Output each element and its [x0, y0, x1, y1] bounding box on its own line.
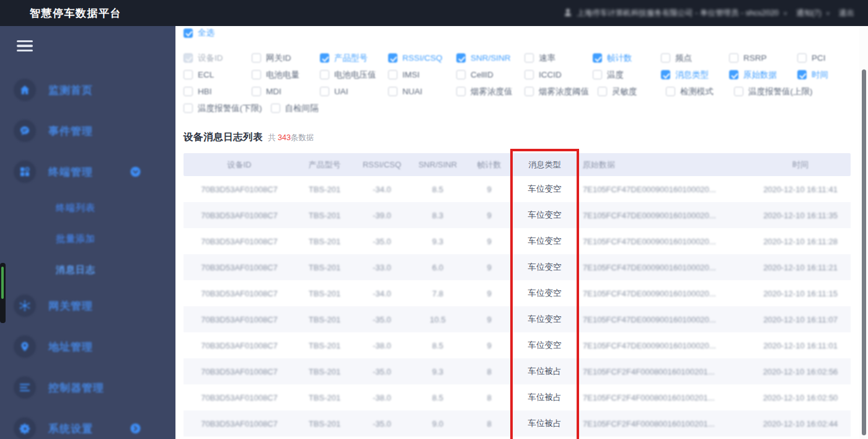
sidebar-item-address-management[interactable]: 地址管理 — [0, 326, 175, 367]
checkbox — [797, 70, 807, 79]
filter-checkbox[interactable]: 产品型号 — [320, 53, 379, 64]
chevron-down-icon[interactable] — [130, 167, 141, 177]
table-cell: 70B3D53AF01008C7 — [184, 185, 295, 194]
filter-checkbox[interactable]: RSRP — [729, 53, 789, 63]
filter-checkbox[interactable]: 灵敏度 — [598, 86, 657, 97]
filter-checkbox[interactable]: 电池电压值 — [320, 69, 379, 81]
filter-checkbox[interactable]: 原始数据 — [729, 69, 789, 81]
table-cell: 7E105FCF47DE000900160100020... — [577, 263, 750, 272]
sidebar-item-system-settings[interactable]: 系统设置 — [0, 408, 175, 439]
filter-row: 设备ID网关ID产品型号RSSI/CSQSNR/SINR速率帧计数频点RSRPP… — [184, 50, 850, 66]
checkbox — [252, 53, 261, 63]
filter-checkbox[interactable]: SNR/SINR — [456, 53, 516, 63]
scrollbar-track — [859, 26, 868, 439]
filter-checkbox[interactable]: 帧计数 — [593, 53, 652, 64]
filter-checkbox[interactable]: ICCID — [525, 70, 584, 79]
checkbox — [252, 87, 261, 96]
checkbox — [593, 53, 602, 63]
checkbox — [525, 70, 534, 79]
menu-toggle-button[interactable] — [17, 40, 33, 54]
filter-checkbox[interactable]: CellID — [456, 70, 516, 79]
checkbox — [388, 53, 397, 63]
filter-checkbox[interactable]: 温度报警值(下限) — [184, 103, 262, 114]
sidebar-item-gateway-management[interactable]: 网关管理 — [0, 285, 175, 326]
filter-row: HBIMDIUAINUAI烟雾浓度值烟雾浓度阈值灵敏度检测模式温度报警值(上限) — [184, 83, 850, 100]
checkbox — [661, 53, 670, 63]
sidebar-item-monitor-home[interactable]: 监测首页 — [0, 69, 175, 110]
checkbox-label: 网关ID — [266, 53, 291, 64]
sliders-icon — [14, 376, 36, 399]
sidebar: 监测首页事件管理终端管理终端列表批量添加消息日志网关管理地址管理控制器管理系统设… — [0, 26, 175, 439]
table-cell: TBS-201 — [295, 237, 354, 246]
checkbox — [271, 104, 280, 113]
table-cell: 70B3D53AF01008C7 — [184, 289, 295, 298]
filter-checkbox[interactable]: 温度 — [593, 69, 652, 81]
select-all-checkbox[interactable]: 全选 — [184, 27, 243, 38]
filter-checkbox[interactable]: 电池电量 — [252, 69, 311, 81]
table-row: 70B3D53AF01008C7TBS-201-35.09.39车位变空7E10… — [184, 228, 851, 254]
sidebar-subitem[interactable]: 批量添加 — [0, 223, 175, 254]
filter-checkbox[interactable]: 温度报警值(上限) — [734, 86, 813, 97]
filter-checkbox[interactable]: MDI — [252, 87, 311, 96]
filter-checkbox[interactable]: 时间 — [797, 69, 857, 81]
table-row: 70B3D53AF01008C7TBS-201-35.09.08车位被占7E10… — [184, 410, 851, 437]
filter-checkbox[interactable]: 消息类型 — [661, 69, 720, 81]
notifications-menu[interactable]: 通知(7) ∨ — [796, 8, 830, 19]
table-cell: 6.0 — [410, 263, 466, 272]
filter-row: ECL电池电量电池电压值IMSICellIDICCID温度消息类型原始数据时间 — [184, 66, 850, 83]
person-icon — [564, 8, 572, 19]
filter-checkbox[interactable]: 检测模式 — [666, 86, 725, 97]
table-cell: 70B3D53AF01008C7 — [184, 315, 295, 324]
sidebar-item-label: 系统设置 — [48, 422, 93, 436]
sidebar-subitem[interactable]: 终端列表 — [0, 192, 175, 223]
sidebar-item-terminal-management[interactable]: 终端管理 — [0, 151, 175, 192]
filter-checkbox[interactable]: 设备ID — [184, 53, 243, 64]
filter-checkbox[interactable]: RSSI/CSQ — [388, 53, 448, 63]
filter-checkbox[interactable]: 频点 — [661, 53, 720, 64]
checkbox-label: NUAI — [402, 87, 422, 96]
checkbox — [184, 104, 193, 113]
filter-checkbox[interactable]: 网关ID — [252, 53, 311, 64]
sidebar-subitem[interactable]: 消息日志 — [0, 254, 175, 285]
notifications-label: 通知(7) — [796, 8, 821, 19]
sidebar-item-event-management[interactable]: 事件管理 — [0, 110, 175, 151]
filter-checkbox[interactable]: UAI — [320, 87, 379, 96]
chevron-right-icon[interactable] — [130, 423, 141, 434]
filter-checkbox[interactable]: 速率 — [525, 53, 584, 64]
filter-checkbox[interactable]: 烟雾浓度阈值 — [525, 86, 589, 97]
filter-checkbox[interactable]: HBI — [184, 87, 243, 96]
table-cell: 2020-12-10 16:11:01 — [750, 341, 851, 350]
filter-checkbox[interactable]: IMSI — [388, 70, 448, 79]
table-cell: 9 — [466, 185, 513, 194]
sidebar-item-label: 事件管理 — [48, 124, 93, 138]
checkbox — [320, 87, 329, 96]
sidebar-item-controller-management[interactable]: 控制器管理 — [0, 367, 175, 408]
checkbox — [388, 70, 397, 79]
checkbox — [525, 53, 534, 63]
filter-checkbox[interactable]: 自检间隔 — [271, 103, 330, 114]
table-cell: 70B3D53AF01008C7 — [184, 211, 295, 220]
account-menu[interactable]: 上海停车计算机科技服务有限公司 - 单位管理员 - shcs2020 ∨ — [564, 8, 787, 19]
table-cell: 9 — [466, 315, 513, 324]
table-cell: 70B3D53AF01008C7 — [184, 263, 295, 272]
total-count: 343 — [278, 133, 291, 142]
filter-checkbox[interactable]: ECL — [184, 70, 243, 79]
scrollbar-thumb[interactable] — [862, 69, 866, 435]
checkbox — [661, 70, 670, 79]
total-suffix: 条数据 — [291, 133, 314, 142]
table-cell: 7E105FCF2F4F000800160100201... — [577, 367, 750, 376]
table-cell: 9 — [466, 289, 513, 298]
filter-checkbox[interactable]: NUAI — [388, 87, 448, 96]
message-type-cell: 车位变空 — [513, 288, 577, 299]
column-header: 设备ID — [184, 159, 295, 171]
table-cell: 7E105FCF47DE000900160100020... — [577, 237, 750, 246]
checkbox-label: ICCID — [539, 70, 562, 79]
message-type-cell: 车位被占 — [513, 392, 577, 403]
message-type-cell: 车位变空 — [513, 262, 577, 273]
message-type-cell: 车位变空 — [513, 340, 577, 351]
filter-checkbox[interactable]: 烟雾浓度值 — [456, 86, 516, 97]
checkbox — [525, 87, 534, 96]
logout-button[interactable]: 退出 — [839, 8, 854, 19]
table-cell: TBS-201 — [295, 315, 354, 324]
filter-checkbox[interactable]: PCI — [797, 53, 857, 63]
